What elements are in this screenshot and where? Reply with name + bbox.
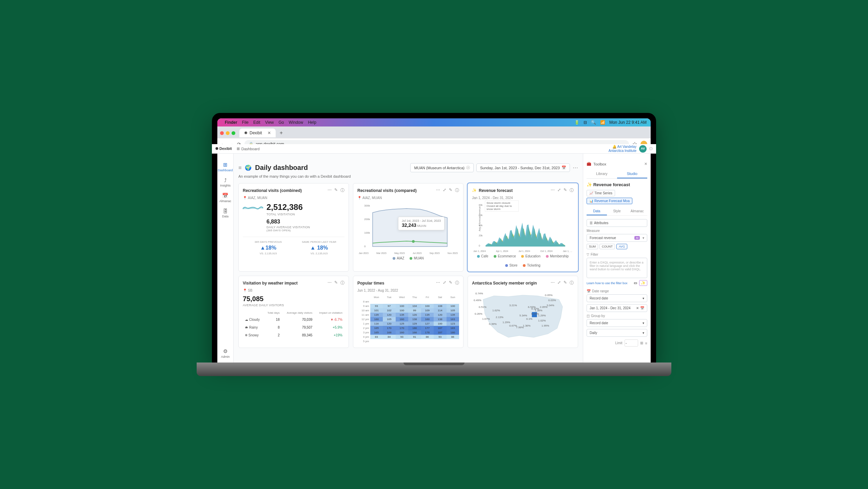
expand-icon[interactable]: ⤢: [557, 280, 561, 286]
search-icon[interactable]: 🔍: [591, 120, 596, 125]
line-chart[interactable]: 300k 200k 100k 0 Jul 1st, 2023 - Jul 31s…: [357, 202, 459, 250]
heatmap[interactable]: MonTueWedThuFriSatSun8 am9 am93971001041…: [357, 295, 459, 344]
daily-avg-label: DAILY AVERAGE VISITATION: [267, 226, 310, 229]
group-icon: ◫: [587, 314, 590, 318]
subtab-almanac[interactable]: Almanac: [627, 208, 647, 215]
breadcrumb[interactable]: ⊞Dashboard: [237, 146, 260, 151]
sidebar-item-dashboard[interactable]: ⊞Dashboard: [218, 162, 233, 172]
us-map[interactable]: 0.74%0.49%0.51%0.26%1.67%1.62%2.13%0.39%…: [472, 289, 574, 343]
date-field-select[interactable]: Record date▾: [587, 294, 647, 302]
measure-select[interactable]: Forecast revenueAI▾: [587, 234, 647, 242]
new-tab-button[interactable]: +: [278, 130, 285, 136]
chip-revenue-forecast[interactable]: 📊Revenue Forecast Moa: [587, 198, 632, 204]
main-content: ≡ 🌍 Daily dashboard MUAN (Museum of Anta…: [234, 150, 583, 363]
sidebar-item-insights[interactable]: ⤴Insights: [220, 177, 231, 187]
edit-icon[interactable]: ✎: [449, 280, 452, 286]
wand-icon[interactable]: ✨: [639, 280, 647, 286]
expand-icon[interactable]: ⤢: [557, 188, 561, 193]
avatar[interactable]: AV: [639, 145, 647, 153]
close-icon[interactable]: ✕: [644, 162, 647, 166]
database-icon: 🗄: [223, 208, 228, 214]
more-icon[interactable]: ⋯: [573, 164, 578, 171]
window-controls[interactable]: [220, 131, 235, 135]
menu-icon[interactable]: ≡: [238, 165, 241, 171]
expand-icon[interactable]: ⤢: [443, 280, 446, 286]
favicon: ✺: [244, 131, 248, 135]
expand-icon[interactable]: ⤢: [443, 188, 446, 193]
menu-file[interactable]: File: [242, 120, 249, 125]
attributes-header[interactable]: ☰Attributes: [587, 219, 647, 227]
subtab-style[interactable]: Style: [607, 208, 627, 215]
info-icon[interactable]: ⓘ: [570, 188, 574, 193]
code-icon[interactable]: ▭: [634, 281, 637, 285]
subtab-data[interactable]: Data: [587, 208, 607, 215]
close-icon[interactable]: ✕: [268, 131, 271, 135]
groupby-field[interactable]: Record date▾: [587, 319, 647, 327]
date-range-input[interactable]: Jan 1, 2024 - Dec 31, 2024✕📅: [587, 304, 647, 312]
menu-app[interactable]: Finder: [225, 120, 237, 125]
left-sidebar: ⊞Dashboard ⤴Insights 📅Almanac 🗄Data ⚙Adm…: [217, 150, 234, 363]
toolbox-panel: 🧰Toolbox✕ Library Studio ✨ Revenue forec…: [583, 150, 651, 363]
more-icon[interactable]: ⋯: [436, 188, 440, 193]
more-icon[interactable]: ⋯: [551, 280, 555, 286]
agg-sum[interactable]: SUM: [587, 244, 598, 249]
groupby-interval[interactable]: Daily▾: [587, 329, 647, 337]
tab-title: Dexibit: [250, 131, 262, 135]
info-icon[interactable]: ⓘ: [455, 188, 459, 193]
agg-count[interactable]: COUNT: [599, 244, 615, 249]
info-icon[interactable]: ⓘ: [570, 280, 574, 286]
sidebar-item-almanac[interactable]: 📅Almanac: [219, 193, 231, 203]
pin-icon: 📍: [357, 196, 361, 200]
wifi-icon[interactable]: 📶: [600, 120, 605, 125]
filter-input[interactable]: Enter a DXQL expression, or describe a f…: [587, 258, 647, 278]
table-icon[interactable]: ⊞: [640, 341, 643, 345]
chevron-down-icon: ▾: [643, 331, 644, 335]
page-emoji: 🌍: [245, 164, 252, 171]
filter-help-link[interactable]: Learn how to use the filter box: [587, 281, 628, 285]
location-tag: 📍AIAZ, MUAN: [243, 196, 344, 200]
edit-icon[interactable]: ✎: [334, 280, 338, 286]
edit-icon[interactable]: ✎: [564, 280, 567, 286]
x-axis: Jan 2023Mar 2023May 2023Jul 2023Sep 2023…: [357, 252, 459, 254]
bell-icon[interactable]: 🔔: [612, 145, 616, 149]
browser-tab[interactable]: ✺ Dexibit ✕: [239, 129, 276, 137]
venue-selector[interactable]: MUAN (Museum of Antarctica) ⓧ: [410, 163, 474, 172]
more-icon[interactable]: ⋯: [436, 280, 440, 286]
close-icon[interactable]: ⓧ: [466, 165, 470, 170]
calendar-icon: 📅: [561, 165, 566, 170]
svg-text:Avg of forecast revenue: Avg of forecast revenue: [478, 206, 481, 231]
edit-icon[interactable]: ✎: [334, 188, 338, 193]
list-icon[interactable]: ≡: [645, 341, 647, 345]
control-center-icon[interactable]: ⊟: [584, 120, 587, 125]
sidebar-item-admin[interactable]: ⚙Admin: [221, 348, 230, 358]
calendar-icon[interactable]: 📅: [640, 306, 644, 310]
menu-window[interactable]: Window: [289, 120, 303, 125]
help-icon[interactable]: ⓘ: [649, 147, 651, 151]
more-icon[interactable]: ⋯: [551, 188, 555, 193]
chip-time-series[interactable]: 📈Time Series: [587, 190, 615, 196]
total-visitation-label: TOTAL VISITATION: [267, 213, 310, 216]
clock[interactable]: Mon Jun 22 9:41 AM: [609, 120, 647, 125]
menu-view[interactable]: View: [265, 120, 274, 125]
agg-avg[interactable]: AVG: [616, 244, 627, 249]
app-logo[interactable]: ✺ Dexibit: [217, 146, 232, 151]
tab-studio[interactable]: Studio: [617, 170, 648, 178]
limit-input[interactable]: [625, 339, 638, 347]
more-icon[interactable]: ⋯: [328, 280, 332, 286]
edit-icon[interactable]: ✎: [449, 188, 452, 193]
daterange-selector[interactable]: Sunday, Jan 1st, 2023 - Sunday, Dec 31st…: [476, 163, 570, 172]
info-icon[interactable]: ⓘ: [340, 280, 344, 286]
more-icon[interactable]: ⋯: [328, 188, 332, 193]
avg-daily-label: AVERAGE DAILY VISITORS: [243, 304, 344, 307]
battery-icon[interactable]: 🔋: [574, 120, 579, 125]
edit-icon[interactable]: ✎: [564, 188, 567, 193]
info-icon[interactable]: ⓘ: [455, 280, 459, 286]
info-icon[interactable]: ⓘ: [340, 188, 344, 193]
menu-edit[interactable]: Edit: [253, 120, 260, 125]
close-icon[interactable]: ✕: [636, 306, 639, 310]
tab-library[interactable]: Library: [587, 170, 617, 178]
daily-avg-sub: (365 DAYS OPEN): [267, 229, 310, 232]
sidebar-item-data[interactable]: 🗄Data: [222, 208, 229, 218]
menu-go[interactable]: Go: [279, 120, 284, 125]
menu-help[interactable]: Help: [308, 120, 316, 125]
